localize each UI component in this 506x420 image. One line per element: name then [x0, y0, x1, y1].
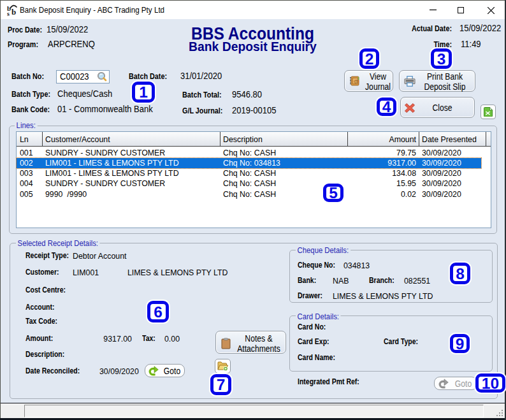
svg-text:b: b [11, 7, 16, 16]
svg-text:s: s [7, 10, 10, 16]
svg-text:@: @ [354, 78, 359, 84]
